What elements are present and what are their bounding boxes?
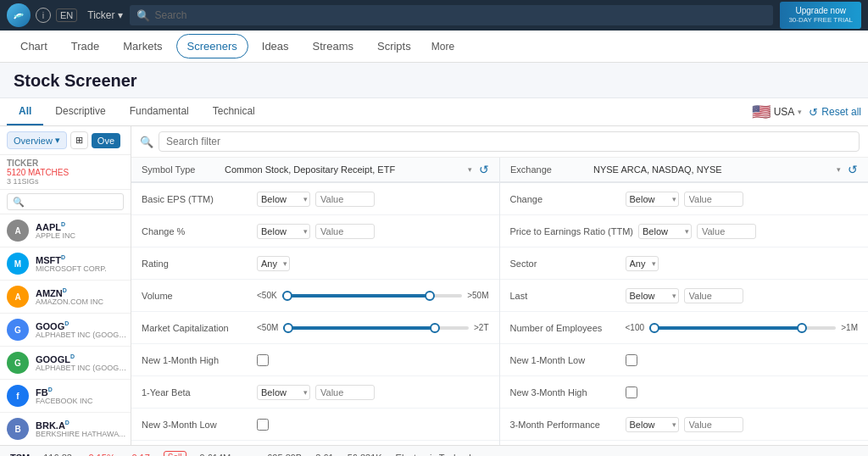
avatar: G	[7, 319, 29, 341]
filter-checkbox[interactable]	[626, 354, 637, 366]
filter-value-input[interactable]	[684, 288, 743, 303]
stock-name: AMAZON.COM INC	[36, 298, 103, 306]
stock-name: MICROSOFT CORP.	[36, 264, 107, 273]
exchange-refresh-icon[interactable]: ↺	[848, 163, 858, 176]
tab-technical[interactable]: Technical	[201, 98, 267, 125]
filter-label: New 3-Month High	[510, 387, 620, 398]
filter-condition-select[interactable]: Below Above Between	[626, 417, 679, 432]
tab-all[interactable]: All	[7, 98, 43, 125]
sidebar-search-input[interactable]	[7, 193, 124, 210]
search-placeholder: Search	[155, 9, 187, 21]
range-thumb-right[interactable]	[797, 323, 807, 333]
avatar: M	[7, 253, 29, 275]
filter-value-input[interactable]	[315, 224, 375, 239]
ov-button[interactable]: Ove	[92, 133, 120, 148]
reset-button[interactable]: ↺ Reset all	[809, 106, 861, 119]
language-selector[interactable]: EN	[56, 8, 77, 22]
logo-icon[interactable]	[7, 3, 31, 27]
filter-label: Last	[510, 291, 620, 301]
bottom-signal: Sell	[164, 451, 186, 456]
filter-row: Sector Any	[500, 247, 869, 280]
filter-any-select[interactable]: Any	[257, 256, 290, 271]
filter-condition-select[interactable]: Below Above Between	[257, 192, 310, 207]
ticker-dropdown[interactable]: Ticker ▾	[87, 9, 122, 21]
slider-min-label: <50K	[257, 291, 277, 300]
ticker-superscript: D	[61, 254, 65, 260]
filter-row: New 3-Month High	[500, 376, 869, 409]
tab-descriptive[interactable]: Descriptive	[43, 98, 117, 125]
page-title: Stock Screener	[14, 71, 854, 91]
tab-fundamental[interactable]: Fundamental	[118, 98, 201, 125]
nav-streams[interactable]: Streams	[303, 35, 364, 58]
filter-value-input[interactable]	[315, 192, 375, 207]
bottom-ticker: TSM	[10, 453, 30, 457]
nav-chart[interactable]: Chart	[10, 35, 58, 58]
bottom-change: -0.17	[129, 453, 150, 457]
symbol-type-value[interactable]: Common Stock, Depositary Receipt, ETF	[225, 164, 461, 175]
filter-label: Basic EPS (TTM)	[142, 194, 252, 204]
avatar: G	[7, 352, 29, 374]
ticker-superscript: D	[65, 420, 70, 425]
slider-min-label: <100	[626, 323, 645, 332]
list-item[interactable]: A AAPLD APPLE INC	[0, 214, 131, 247]
info-icon[interactable]: i	[36, 8, 51, 23]
filter-value-input[interactable]	[684, 192, 743, 207]
symbol-type-label: Symbol Type	[142, 164, 218, 175]
filter-row: New 1-Month High	[131, 344, 499, 376]
upgrade-button[interactable]: Upgrade now 30-DAY FREE TRIAL	[780, 2, 861, 28]
list-item[interactable]: G GOOGD ALPHABET INC (GOOGLE) CLASS C	[0, 314, 131, 347]
range-thumb-left[interactable]	[649, 323, 659, 333]
global-search[interactable]: 🔍 Search	[130, 5, 774, 25]
list-item[interactable]: M MSFTD MICROSOFT CORP.	[0, 247, 131, 281]
filter-value-input[interactable]	[315, 385, 375, 400]
region-selector[interactable]: 🇺🇸 USA ▾	[752, 103, 803, 121]
stock-name: BERKSHIRE HATHAWAY INC	[36, 430, 127, 438]
nav-ideas[interactable]: Ideas	[252, 35, 299, 58]
list-item[interactable]: f FBD FACEBOOK INC	[0, 380, 131, 413]
range-thumb-left[interactable]	[283, 323, 293, 333]
range-track[interactable]	[283, 326, 469, 330]
filter-checkbox[interactable]	[257, 354, 269, 366]
nav-trade[interactable]: Trade	[61, 35, 109, 58]
filter-row: Basic EPS (TTM) Below Above Between	[131, 183, 499, 215]
main-navigation: Chart Trade Markets Screeners Ideas Stre…	[0, 31, 868, 63]
list-item[interactable]: B BRK.AD BERKSHIRE HATHAWAY INC	[0, 413, 131, 445]
list-item[interactable]: G GOOGLD ALPHABET INC (GOOGLE) CLASS A	[0, 347, 131, 380]
nav-scripts[interactable]: Scripts	[367, 35, 421, 58]
list-item[interactable]: A AMZND AMAZON.COM INC	[0, 281, 131, 314]
filter-condition-select[interactable]: Below Above Between	[638, 224, 692, 239]
nav-more[interactable]: More	[425, 36, 461, 58]
exchange-chevron-icon: ▾	[837, 165, 841, 174]
search-filter-icon: 🔍	[140, 136, 153, 148]
top-filter-row: Symbol Type Common Stock, Depositary Rec…	[131, 158, 868, 182]
filter-checkbox[interactable]	[257, 419, 269, 431]
filter-condition-select[interactable]: Below Above Between	[626, 288, 679, 303]
filter-value-input[interactable]	[697, 224, 756, 239]
range-track[interactable]	[282, 294, 463, 298]
filter-condition-select[interactable]: Below Above Between	[257, 385, 310, 400]
range-thumb-right[interactable]	[425, 291, 435, 301]
exchange-label: Exchange	[510, 164, 587, 175]
filter-row: Last Below Above Between	[500, 280, 869, 312]
filter-condition-select[interactable]: Below Above Between	[257, 224, 310, 239]
nav-markets[interactable]: Markets	[113, 35, 172, 58]
filter-any-select[interactable]: Any	[626, 256, 659, 271]
grid-view-button[interactable]: ⊞	[70, 131, 88, 149]
range-thumb-right[interactable]	[430, 323, 440, 333]
overview-dropdown[interactable]: Overview ▾	[7, 131, 67, 149]
range-thumb-left[interactable]	[282, 291, 292, 301]
filter-checkbox[interactable]	[626, 386, 637, 398]
search-filter-input[interactable]	[159, 131, 860, 152]
slider-max-label: >2T	[474, 323, 489, 332]
range-fill	[282, 294, 426, 298]
bottom-market-cap: 605.89B	[267, 453, 302, 457]
stock-ticker: GOOGLD	[36, 353, 127, 364]
filter-value-input[interactable]	[684, 417, 743, 432]
stock-name: APPLE INC	[36, 231, 75, 240]
filter-condition-select[interactable]: Below Above Between	[626, 192, 679, 207]
symbol-type-refresh-icon[interactable]: ↺	[479, 163, 489, 176]
range-track[interactable]	[649, 326, 836, 330]
filter-row: New 1-Month Low	[500, 344, 869, 376]
exchange-value[interactable]: NYSE ARCA, NASDAQ, NYSE	[593, 164, 830, 175]
nav-screeners[interactable]: Screeners	[176, 34, 248, 58]
